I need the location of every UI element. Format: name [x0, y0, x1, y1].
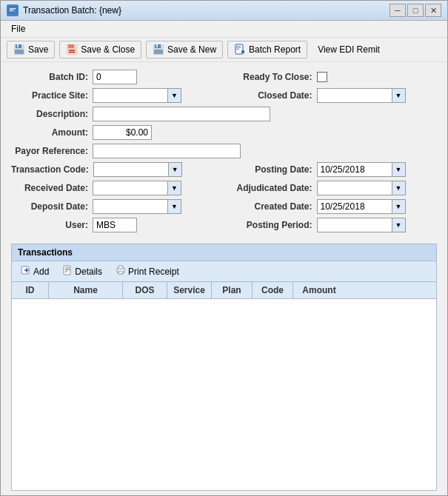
title-buttons: ─ □ ✕	[390, 4, 441, 17]
transactions-toolbar: Add Details	[12, 261, 436, 282]
deposit-date-label: Deposit Date:	[11, 201, 93, 212]
deposit-date-arrow[interactable]: ▼	[167, 200, 181, 213]
maximize-button[interactable]: □	[407, 4, 424, 17]
adjudicated-date-select[interactable]: ▼	[317, 181, 406, 195]
description-input[interactable]	[93, 107, 270, 121]
received-date-input[interactable]	[93, 181, 167, 195]
practice-site-row: Practice Site: ▼ Closed Date: ▼	[11, 88, 437, 103]
posting-date-arrow[interactable]: ▼	[392, 163, 405, 176]
payor-reference-row: Payor Reference:	[11, 144, 437, 158]
transaction-code-row: Transaction Code: ▼ Posting Date: ▼	[11, 162, 437, 177]
received-date-label: Received Date:	[11, 183, 93, 193]
created-date-right: Created Date: ▼	[228, 199, 438, 214]
svg-rect-5	[17, 44, 19, 47]
save-close-button[interactable]: Save & Close	[59, 41, 141, 58]
svg-rect-8	[68, 44, 74, 48]
batch-report-button[interactable]: Batch Report	[227, 41, 307, 58]
form-area: Batch ID: Ready To Close: Practice Site:…	[1, 62, 447, 244]
print-receipt-button[interactable]: Print Receipt	[111, 264, 184, 279]
adjudicated-date-label: Adjudicated Date:	[228, 183, 317, 193]
received-date-arrow[interactable]: ▼	[167, 181, 181, 195]
batch-id-left: Batch ID:	[11, 70, 221, 84]
print-receipt-label: Print Receipt	[128, 267, 179, 277]
adjudicated-date-right: Adjudicated Date: ▼	[228, 181, 438, 195]
user-left: User:	[11, 218, 221, 232]
close-window-button[interactable]: ✕	[425, 4, 441, 17]
received-date-select[interactable]: ▼	[93, 181, 181, 195]
practice-site-left: Practice Site: ▼	[11, 88, 221, 103]
title-bar: Transaction Batch: {new} ─ □ ✕	[1, 1, 447, 21]
amount-label: Amount:	[11, 127, 93, 138]
batch-id-row: Batch ID: Ready To Close:	[11, 70, 437, 84]
svg-rect-14	[154, 50, 163, 54]
name-col-header: Name	[49, 282, 123, 298]
closed-date-select[interactable]: ▼	[317, 88, 406, 103]
posting-date-select[interactable]: ▼	[317, 162, 406, 177]
minimize-button[interactable]: ─	[390, 4, 406, 17]
window-title: Transaction Batch: {new}	[23, 5, 121, 16]
file-menu[interactable]: File	[7, 22, 30, 36]
posting-period-label: Posting Period:	[228, 220, 317, 230]
transaction-code-label: Transaction Code:	[11, 164, 93, 175]
posting-period-input[interactable]	[318, 218, 392, 232]
save-new-label: Save & New	[167, 44, 216, 55]
batch-report-icon	[234, 44, 246, 56]
description-label: Description:	[11, 109, 93, 119]
batch-id-input[interactable]	[93, 70, 137, 84]
amount-col-header: Amount	[293, 282, 345, 298]
table-body	[12, 299, 436, 490]
closed-date-input[interactable]	[318, 89, 392, 102]
svg-rect-18	[236, 49, 239, 50]
svg-rect-6	[15, 50, 24, 54]
id-col-header: ID	[12, 282, 49, 298]
created-date-input[interactable]	[318, 200, 392, 213]
batch-id-label: Batch ID:	[11, 72, 93, 82]
deposit-date-input[interactable]	[93, 200, 167, 213]
save-button[interactable]: Save	[7, 41, 55, 58]
amount-input[interactable]	[93, 125, 152, 140]
practice-site-arrow[interactable]: ▼	[167, 89, 181, 102]
svg-rect-17	[236, 47, 241, 48]
ready-to-close-right: Ready To Close:	[228, 72, 438, 82]
deposit-date-select[interactable]: ▼	[93, 199, 181, 214]
add-icon	[21, 265, 31, 278]
posting-period-arrow[interactable]: ▼	[392, 218, 405, 232]
details-button[interactable]: Details	[58, 264, 107, 279]
code-col-header: Code	[253, 282, 293, 298]
ready-to-close-checkbox[interactable]	[317, 72, 327, 82]
received-date-left: Received Date: ▼	[11, 181, 221, 195]
closed-date-arrow[interactable]: ▼	[392, 89, 405, 102]
svg-rect-28	[118, 266, 123, 269]
posting-date-input[interactable]	[318, 163, 392, 176]
service-col-header: Service	[167, 282, 212, 298]
payor-reference-input[interactable]	[93, 144, 241, 158]
posting-period-select[interactable]: ▼	[317, 218, 406, 232]
practice-site-input[interactable]	[93, 89, 167, 102]
main-window: Transaction Batch: {new} ─ □ ✕ File Save	[0, 0, 448, 496]
save-close-icon	[66, 44, 78, 56]
title-bar-left: Transaction Batch: {new}	[7, 4, 121, 16]
view-edi-button[interactable]: View EDI Remit	[312, 42, 386, 57]
add-label: Add	[33, 267, 49, 277]
adjudicated-date-arrow[interactable]: ▼	[392, 181, 405, 195]
details-icon	[62, 265, 73, 278]
description-row: Description:	[11, 107, 437, 121]
menu-bar: File	[1, 21, 447, 38]
transaction-code-select[interactable]: ▼	[93, 162, 182, 177]
transaction-code-input[interactable]	[94, 163, 168, 176]
transaction-code-arrow[interactable]: ▼	[168, 163, 181, 176]
practice-site-select[interactable]: ▼	[93, 88, 181, 103]
batch-report-label: Batch Report	[249, 44, 301, 55]
user-input[interactable]	[93, 218, 137, 232]
plan-col-header: Plan	[212, 282, 253, 298]
adjudicated-date-input[interactable]	[318, 181, 392, 195]
posting-date-label: Posting Date:	[228, 164, 317, 175]
save-new-button[interactable]: Save & New	[146, 41, 223, 58]
svg-rect-29	[118, 271, 123, 274]
created-date-arrow[interactable]: ▼	[392, 200, 405, 213]
add-transaction-button[interactable]: Add	[16, 264, 53, 279]
svg-rect-1	[10, 8, 16, 10]
user-label: User:	[11, 220, 93, 230]
created-date-select[interactable]: ▼	[317, 199, 406, 214]
save-icon	[13, 44, 25, 56]
